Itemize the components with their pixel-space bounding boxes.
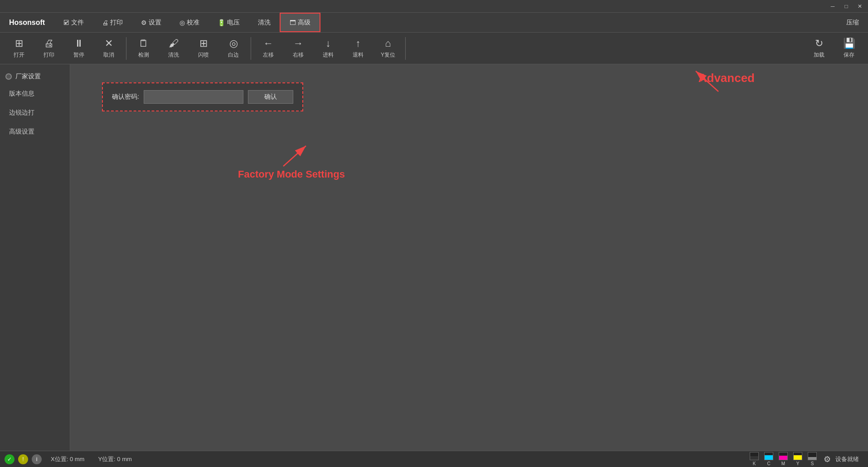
- ink-fill-C: [765, 455, 773, 460]
- menu-clean-label: 清洗: [258, 19, 271, 27]
- menu-calibrate-label: 校准: [187, 19, 199, 27]
- y-position: Y位置: 0 mm: [98, 455, 131, 463]
- print-icon: 🖨: [102, 19, 108, 26]
- ink-label-Y: Y: [796, 461, 800, 466]
- ink-fill-M: [779, 456, 787, 460]
- menu-calibrate[interactable]: ◎ 校准: [170, 13, 209, 32]
- menu-file-label: 文件: [71, 19, 84, 27]
- tool-yhome[interactable]: ⌂ Y复位: [373, 34, 402, 63]
- whiteedge-icon: ◎: [229, 38, 238, 49]
- svg-line-2: [283, 146, 306, 166]
- close-button[interactable]: ✕: [853, 1, 866, 11]
- menu-voltage-label: 电压: [227, 19, 240, 27]
- pause-icon: ⏸: [74, 38, 84, 49]
- tool-print-label: 打印: [44, 51, 54, 59]
- ink-fill-S: [808, 457, 816, 460]
- advanced-annotation-label: Advanced: [698, 71, 755, 85]
- sidebar-header: 厂家设置: [0, 69, 70, 84]
- feed-icon: ↓: [326, 38, 331, 49]
- tool-clean[interactable]: 🖌 清洗: [159, 34, 188, 63]
- ink-fill-K: [750, 456, 758, 460]
- status-icon-green[interactable]: ✓: [5, 454, 15, 464]
- title-bar: ─ □ ✕: [0, 0, 868, 13]
- app-logo: Hosonsoft: [0, 19, 54, 27]
- password-input[interactable]: [144, 90, 243, 104]
- ink-S: S: [805, 452, 819, 466]
- tool-load-label: 加载: [814, 51, 824, 59]
- tool-open-label: 打开: [14, 51, 24, 59]
- factory-mode-annotation-label: Factory Mode Settings: [238, 169, 345, 180]
- save-icon: 💾: [843, 38, 855, 49]
- menu-advanced[interactable]: 🗖 高级: [280, 13, 320, 32]
- tool-open[interactable]: ⊞ 打开: [5, 34, 34, 63]
- tool-moveright[interactable]: → 右移: [284, 34, 313, 63]
- confirm-button[interactable]: 确认: [248, 90, 293, 104]
- ink-bar-Y: [793, 452, 802, 460]
- ink-indicators: K C M Y S: [747, 452, 819, 466]
- ink-label-M: M: [781, 461, 785, 466]
- tool-retract-label: 退料: [353, 51, 364, 59]
- clean-icon: 🖌: [169, 38, 179, 49]
- toolbar-separator-1: [126, 37, 126, 60]
- tool-moveleft[interactable]: ← 左移: [254, 34, 283, 63]
- status-icon-gray[interactable]: i: [32, 454, 42, 464]
- tool-whiteedge[interactable]: ◎ 白边: [219, 34, 248, 63]
- tool-save[interactable]: 💾 保存: [834, 34, 863, 63]
- tool-feed-label: 进料: [323, 51, 334, 59]
- menu-voltage[interactable]: 🔋 电压: [209, 13, 249, 32]
- tool-clean-label: 清洗: [168, 51, 179, 59]
- window-controls: ─ □ ✕: [826, 1, 866, 11]
- retract-icon: ↑: [356, 38, 361, 49]
- sidebar-item-advanced-settings[interactable]: 高级设置: [0, 122, 70, 141]
- voltage-icon: 🔋: [218, 19, 225, 26]
- ink-bar-M: [779, 452, 788, 460]
- sidebar-dot-icon: [5, 73, 12, 80]
- tool-pause[interactable]: ⏸ 暂停: [64, 34, 93, 63]
- toolbar-separator-3: [405, 37, 406, 60]
- password-label: 确认密码:: [112, 93, 139, 101]
- minimize-button[interactable]: ─: [826, 1, 839, 11]
- sidebar: 厂家设置 版本信息 边锐边打 高级设置: [0, 64, 70, 451]
- device-status: 设备就绪: [835, 455, 859, 463]
- gear-icon[interactable]: ⚙: [824, 454, 831, 464]
- ink-label-K: K: [753, 461, 756, 466]
- calibrate-icon: ◎: [179, 19, 185, 26]
- tool-retract[interactable]: ↑ 退料: [344, 34, 373, 63]
- tool-cancel-label: 取消: [103, 51, 114, 59]
- tool-flash[interactable]: ⊞ 闪喷: [189, 34, 218, 63]
- ink-bar-K: [750, 452, 759, 460]
- file-icon: 🗹: [63, 19, 69, 26]
- ink-fill-Y: [794, 455, 802, 460]
- flash-icon: ⊞: [199, 38, 208, 49]
- menu-settings[interactable]: ⚙ 设置: [132, 13, 170, 32]
- tool-moveright-label: 右移: [293, 51, 304, 59]
- menu-clean[interactable]: 清洗: [249, 13, 280, 32]
- ink-label-S: S: [811, 461, 814, 466]
- menu-print[interactable]: 🖨 打印: [93, 13, 132, 32]
- restore-button[interactable]: □: [840, 1, 853, 11]
- x-position: X位置: 0 mm: [51, 455, 84, 463]
- main-area: 厂家设置 版本信息 边锐边打 高级设置 确认密码: 确认 Advanced Fa…: [0, 64, 868, 451]
- status-icon-yellow[interactable]: !: [18, 454, 28, 464]
- ink-bar-C: [764, 452, 773, 460]
- tool-load[interactable]: ↻ 加载: [805, 34, 834, 63]
- detect-icon: 🗒: [139, 38, 149, 49]
- tool-print[interactable]: 🖨 打印: [34, 34, 63, 63]
- sidebar-item-sharpen[interactable]: 边锐边打: [0, 103, 70, 122]
- toolbar-separator-2: [251, 37, 251, 60]
- tool-detect[interactable]: 🗒 检测: [129, 34, 158, 63]
- ink-M: M: [776, 452, 790, 466]
- menu-file[interactable]: 🗹 文件: [54, 13, 93, 32]
- menu-settings-label: 设置: [149, 19, 161, 27]
- yhome-icon: ⌂: [385, 38, 391, 49]
- menu-print-label: 打印: [110, 19, 123, 27]
- status-icons: ✓ ! i: [5, 454, 42, 464]
- tool-yhome-label: Y复位: [381, 51, 395, 59]
- toolbar: ⊞ 打开 🖨 打印 ⏸ 暂停 ✕ 取消 🗒 检测 🖌 清洗 ⊞ 闪喷 ◎ 白边 …: [0, 33, 868, 64]
- tool-cancel[interactable]: ✕ 取消: [94, 34, 123, 63]
- tool-feed[interactable]: ↓ 进料: [314, 34, 343, 63]
- settings-icon: ⚙: [141, 19, 147, 26]
- tool-whiteedge-label: 白边: [228, 51, 239, 59]
- menu-compress[interactable]: 压缩: [837, 13, 868, 32]
- sidebar-item-version[interactable]: 版本信息: [0, 84, 70, 103]
